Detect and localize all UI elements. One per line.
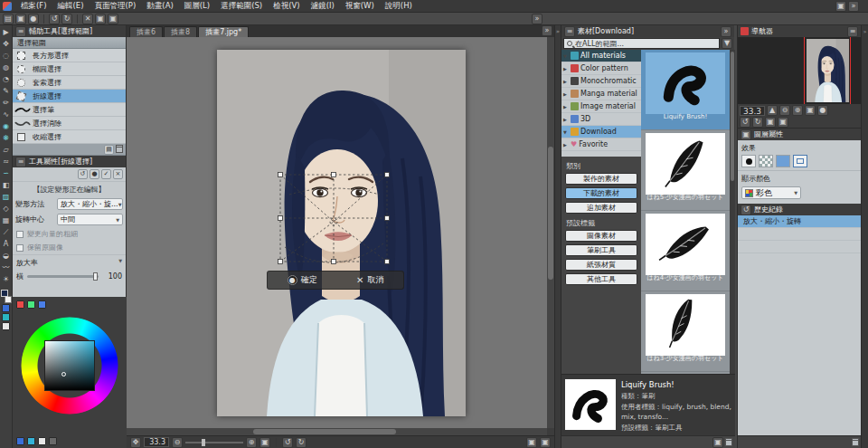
category-downloaded-materials[interactable]: 下載的素材 <box>565 187 637 199</box>
document-tab-active[interactable]: 插畫7.jpg* <box>198 26 249 37</box>
flip-horizontal-icon[interactable]: ▣ <box>526 437 537 448</box>
delete-material-icon[interactable] <box>725 438 732 446</box>
fill-tool-icon[interactable]: ◧ <box>1 180 12 191</box>
tab-list-icon[interactable]: » <box>542 25 552 36</box>
material-item-feather3[interactable]: はね3-少女漫画の羽セット <box>641 291 730 372</box>
scale-slider[interactable] <box>27 275 99 278</box>
subtool-panel-title[interactable]: 輔助工具[選擇範圍] <box>29 26 92 36</box>
tone-effect-icon[interactable] <box>759 155 773 167</box>
cancel-button[interactable]: ✕ 取消 <box>356 274 383 286</box>
subtool-item-erase-selection[interactable]: 選擇消除 <box>13 117 126 130</box>
eyedropper-tool-icon[interactable]: ◔ <box>1 74 12 85</box>
materials-scrollbar[interactable] <box>730 50 735 374</box>
zoom-slider[interactable] <box>185 442 243 443</box>
zoom-value[interactable]: 33.3 <box>144 437 169 447</box>
tree-item-favorite[interactable]: ▶ ♥ Favorite <box>561 138 641 151</box>
lightbulb-tool-icon[interactable]: ☀ <box>1 274 12 285</box>
figure-tool-icon[interactable]: ◇ <box>1 204 12 214</box>
menu-window[interactable]: 視窗(W) <box>340 0 380 12</box>
frame-border-tool-icon[interactable]: ▦ <box>1 215 12 226</box>
delete-subtool-icon[interactable] <box>116 145 123 153</box>
canvas-page[interactable] <box>217 50 466 416</box>
line-correction-tool-icon[interactable]: 〰 <box>1 262 12 273</box>
checkbox-icon[interactable] <box>16 231 24 238</box>
slider-knob[interactable] <box>93 272 98 281</box>
zoom-out-icon[interactable]: ⊖ <box>172 437 183 448</box>
gradient-tool-icon[interactable]: ▨ <box>1 192 12 203</box>
tree-expand-icon[interactable]: ▶ <box>563 79 569 84</box>
tree-item-image-material[interactable]: ▶ Image material <box>561 100 641 113</box>
vector-thickness-checkbox-row[interactable]: 變更向量的粗細 <box>13 227 126 241</box>
workspace-icon[interactable]: ▣ <box>835 1 846 12</box>
subtool-item-selection-pen[interactable]: 選擇筆 <box>13 103 126 117</box>
canvas-vertical-scrollbar[interactable] <box>547 37 554 428</box>
panel-menu-icon[interactable]: ≡ <box>15 26 26 37</box>
panel-menu-icon[interactable]: ≡ <box>564 26 575 37</box>
tool-property-title[interactable]: 工具屬性[折線選擇] <box>29 157 92 167</box>
navigator-preview[interactable] <box>738 37 862 104</box>
category-created-materials[interactable]: 製作的素材 <box>565 173 637 185</box>
pencil-tool-icon[interactable]: ✏ <box>1 98 12 109</box>
tree-item-3d[interactable]: ▶ 3D <box>561 113 641 126</box>
menubar-more-icon[interactable]: » <box>848 1 859 12</box>
menu-selection[interactable]: 選擇範圍(S) <box>215 0 268 12</box>
reset-rotation-icon[interactable]: ▣ <box>765 117 776 128</box>
tree-expand-icon[interactable]: ▼ <box>563 129 569 135</box>
layer-property-title[interactable]: 圖層屬性 <box>754 129 783 139</box>
balloon-tool-icon[interactable]: ◒ <box>1 251 12 262</box>
tree-expand-icon[interactable]: ▶ <box>563 142 569 148</box>
transform-cancel-icon[interactable]: × <box>113 169 123 179</box>
menu-animation[interactable]: 動畫(A) <box>141 0 178 12</box>
scrollbar-thumb[interactable] <box>731 52 734 181</box>
eraser-tool-icon[interactable]: ▱ <box>1 145 12 156</box>
scrollbar-thumb[interactable] <box>548 147 553 280</box>
sv-cursor[interactable] <box>61 372 66 377</box>
history-title[interactable]: 歷史紀錄 <box>754 205 783 214</box>
subtool-item-lasso[interactable]: 套索選擇 <box>13 76 126 90</box>
paste-material-icon[interactable]: ▣ <box>712 437 723 448</box>
history-tab-icon[interactable]: ↺ <box>741 205 751 215</box>
tree-item-manga-material[interactable]: ▶ Manga material <box>561 88 641 100</box>
color-chip-white[interactable] <box>2 322 10 330</box>
canvas-viewport[interactable]: ● 確定 ✕ 取消 <box>127 37 547 428</box>
selection-tool-icon[interactable]: ◌ <box>1 51 12 62</box>
tag-brush-tool[interactable]: 筆刷工具 <box>565 244 637 256</box>
tree-expand-icon[interactable]: ▶ <box>563 91 569 97</box>
liquify-tool-icon[interactable]: ∽ <box>1 168 12 179</box>
add-subtool-icon[interactable]: ▤ <box>104 145 114 155</box>
document-tab-2[interactable]: 插畫8 <box>164 26 197 37</box>
layer-color-effect-icon[interactable] <box>776 155 790 167</box>
border-effect-icon[interactable] <box>741 155 756 167</box>
scrollbar-thumb[interactable] <box>253 429 396 434</box>
open-file-icon[interactable]: ▣ <box>15 14 26 24</box>
subtool-item-rectangle[interactable]: 長方形選擇 <box>13 49 126 62</box>
menu-view[interactable]: 檢視(V) <box>268 0 305 12</box>
color-slot-icon[interactable] <box>49 437 57 445</box>
tree-item-color-pattern[interactable]: ▶ Color pattern <box>561 62 641 75</box>
history-item-scale-rotate[interactable]: 放大・縮小・旋轉 <box>738 215 862 228</box>
zoom-out-icon[interactable]: ⊖ <box>779 105 790 116</box>
rotate-left-icon[interactable]: ↺ <box>282 437 293 448</box>
tree-expand-icon[interactable]: ▼ <box>563 53 569 59</box>
deselect-icon[interactable]: ✕ <box>82 14 93 24</box>
reference-layer-icon[interactable] <box>793 155 807 167</box>
saturation-value-square[interactable] <box>44 340 95 391</box>
transform-mesh-overlay[interactable] <box>217 50 466 416</box>
tag-paper-texture[interactable]: 紙張材質 <box>565 259 637 271</box>
rotation-center-dropdown[interactable]: 中間 ▼ <box>57 214 123 225</box>
search-options-icon[interactable]: ▼ <box>722 38 732 49</box>
collapse-panel-icon[interactable]: » <box>556 28 560 35</box>
new-file-icon[interactable]: ▤ <box>3 14 14 24</box>
navigator-zoom-value[interactable]: 33.3 <box>740 106 765 116</box>
transform-reset-icon[interactable]: ✓ <box>101 169 111 179</box>
color-slot-icon[interactable] <box>27 437 35 445</box>
materials-search-input[interactable]: 在ALL的範圍... <box>563 38 720 49</box>
ruler-tool-icon[interactable]: ⟋ <box>1 227 12 238</box>
tree-expand-icon[interactable]: ▶ <box>563 117 569 122</box>
collapsed-panel-strip[interactable]: » <box>861 25 868 448</box>
color-chip-teal[interactable] <box>2 313 10 321</box>
undo-icon[interactable]: ↺ <box>49 14 60 24</box>
text-tool-icon[interactable]: A <box>1 239 12 250</box>
color-slot-icon[interactable] <box>16 437 24 445</box>
hue-preset-icon[interactable] <box>38 300 46 309</box>
